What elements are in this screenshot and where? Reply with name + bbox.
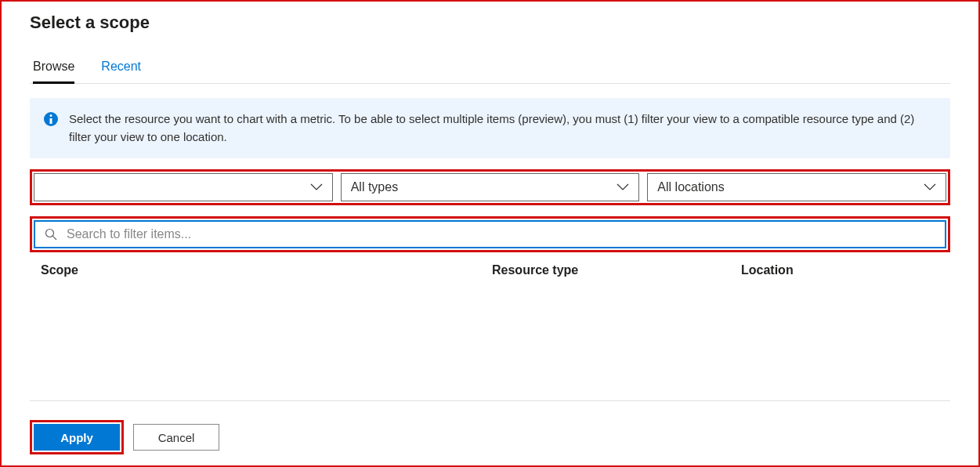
apply-button[interactable]: Apply (34, 424, 120, 451)
tab-strip: Browse Recent (30, 60, 950, 84)
dialog-title: Select a scope (30, 13, 950, 33)
svg-point-0 (46, 230, 54, 237)
apply-button-highlight: Apply (30, 420, 124, 454)
search-box[interactable] (34, 220, 946, 248)
column-header-scope: Scope (41, 263, 492, 277)
info-icon (44, 112, 58, 126)
tab-browse[interactable]: Browse (33, 60, 74, 84)
chevron-down-icon (617, 183, 629, 191)
info-banner: Select the resource you want to chart wi… (30, 98, 950, 158)
location-dropdown-value: All locations (657, 180, 724, 194)
search-icon (45, 228, 57, 241)
subscription-dropdown[interactable] (34, 173, 333, 201)
search-row (30, 216, 950, 252)
search-input[interactable] (67, 227, 935, 241)
info-text: Select the resource you want to chart wi… (69, 110, 936, 146)
chevron-down-icon (924, 183, 936, 191)
tab-recent[interactable]: Recent (101, 60, 141, 83)
resource-type-dropdown-value: All types (351, 180, 398, 194)
svg-line-1 (52, 236, 56, 240)
chevron-down-icon (310, 183, 323, 191)
cancel-button[interactable]: Cancel (133, 424, 219, 451)
column-header-location: Location (741, 263, 939, 277)
resource-type-dropdown[interactable]: All types (341, 173, 640, 201)
dialog-footer: Apply Cancel (30, 400, 950, 454)
filters-row: All types All locations (30, 169, 950, 205)
column-headers: Scope Resource type Location (30, 263, 950, 277)
location-dropdown[interactable]: All locations (647, 173, 946, 201)
column-header-resource-type: Resource type (492, 263, 741, 277)
